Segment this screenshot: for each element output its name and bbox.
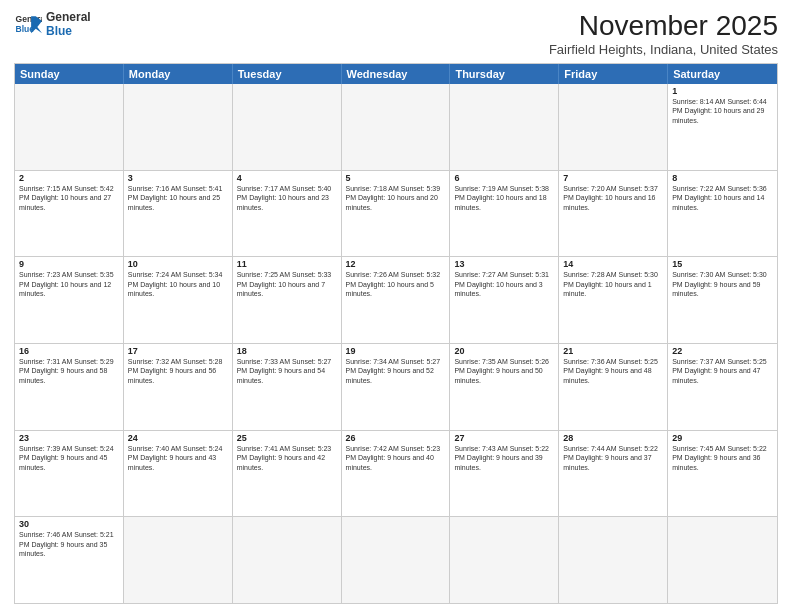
day-cell-10: 10Sunrise: 7:24 AM Sunset: 5:34 PM Dayli…: [124, 257, 233, 343]
day-info: Sunrise: 7:37 AM Sunset: 5:25 PM Dayligh…: [672, 357, 773, 385]
day-number: 28: [563, 433, 663, 443]
day-cell-20: 20Sunrise: 7:35 AM Sunset: 5:26 PM Dayli…: [450, 344, 559, 430]
day-info: Sunrise: 7:20 AM Sunset: 5:37 PM Dayligh…: [563, 184, 663, 212]
day-info: Sunrise: 7:34 AM Sunset: 5:27 PM Dayligh…: [346, 357, 446, 385]
day-number: 25: [237, 433, 337, 443]
day-number: 16: [19, 346, 119, 356]
day-info: Sunrise: 7:33 AM Sunset: 5:27 PM Dayligh…: [237, 357, 337, 385]
week-row-3: 16Sunrise: 7:31 AM Sunset: 5:29 PM Dayli…: [15, 343, 777, 430]
day-cell-empty: [450, 517, 559, 603]
day-number: 6: [454, 173, 554, 183]
day-number: 12: [346, 259, 446, 269]
day-cell-21: 21Sunrise: 7:36 AM Sunset: 5:25 PM Dayli…: [559, 344, 668, 430]
day-number: 24: [128, 433, 228, 443]
day-cell-13: 13Sunrise: 7:27 AM Sunset: 5:31 PM Dayli…: [450, 257, 559, 343]
page-subtitle: Fairfield Heights, Indiana, United State…: [549, 42, 778, 57]
day-cell-29: 29Sunrise: 7:45 AM Sunset: 5:22 PM Dayli…: [668, 431, 777, 517]
day-cell-6: 6Sunrise: 7:19 AM Sunset: 5:38 PM Daylig…: [450, 171, 559, 257]
day-info: Sunrise: 7:27 AM Sunset: 5:31 PM Dayligh…: [454, 270, 554, 298]
day-cell-25: 25Sunrise: 7:41 AM Sunset: 5:23 PM Dayli…: [233, 431, 342, 517]
day-cell-16: 16Sunrise: 7:31 AM Sunset: 5:29 PM Dayli…: [15, 344, 124, 430]
day-cell-15: 15Sunrise: 7:30 AM Sunset: 5:30 PM Dayli…: [668, 257, 777, 343]
day-header-saturday: Saturday: [668, 64, 777, 84]
day-info: Sunrise: 7:26 AM Sunset: 5:32 PM Dayligh…: [346, 270, 446, 298]
day-cell-22: 22Sunrise: 7:37 AM Sunset: 5:25 PM Dayli…: [668, 344, 777, 430]
day-number: 20: [454, 346, 554, 356]
day-number: 17: [128, 346, 228, 356]
day-number: 3: [128, 173, 228, 183]
day-cell-24: 24Sunrise: 7:40 AM Sunset: 5:24 PM Dayli…: [124, 431, 233, 517]
week-row-4: 23Sunrise: 7:39 AM Sunset: 5:24 PM Dayli…: [15, 430, 777, 517]
day-header-sunday: Sunday: [15, 64, 124, 84]
week-row-2: 9Sunrise: 7:23 AM Sunset: 5:35 PM Daylig…: [15, 256, 777, 343]
day-number: 8: [672, 173, 773, 183]
day-number: 19: [346, 346, 446, 356]
day-number: 4: [237, 173, 337, 183]
day-info: Sunrise: 7:18 AM Sunset: 5:39 PM Dayligh…: [346, 184, 446, 212]
day-cell-empty: [559, 517, 668, 603]
day-info: Sunrise: 7:28 AM Sunset: 5:30 PM Dayligh…: [563, 270, 663, 298]
day-number: 10: [128, 259, 228, 269]
day-info: Sunrise: 7:43 AM Sunset: 5:22 PM Dayligh…: [454, 444, 554, 472]
day-info: Sunrise: 8:14 AM Sunset: 6:44 PM Dayligh…: [672, 97, 773, 125]
day-number: 30: [19, 519, 119, 529]
day-info: Sunrise: 7:46 AM Sunset: 5:21 PM Dayligh…: [19, 530, 119, 558]
day-info: Sunrise: 7:39 AM Sunset: 5:24 PM Dayligh…: [19, 444, 119, 472]
day-header-thursday: Thursday: [450, 64, 559, 84]
day-number: 27: [454, 433, 554, 443]
day-info: Sunrise: 7:19 AM Sunset: 5:38 PM Dayligh…: [454, 184, 554, 212]
header: General Blue General Blue November 2025 …: [14, 10, 778, 57]
day-cell-19: 19Sunrise: 7:34 AM Sunset: 5:27 PM Dayli…: [342, 344, 451, 430]
day-cell-28: 28Sunrise: 7:44 AM Sunset: 5:22 PM Dayli…: [559, 431, 668, 517]
logo-general-text: General: [46, 10, 91, 24]
day-cell-3: 3Sunrise: 7:16 AM Sunset: 5:41 PM Daylig…: [124, 171, 233, 257]
day-number: 14: [563, 259, 663, 269]
logo-icon: General Blue: [14, 10, 42, 38]
day-number: 15: [672, 259, 773, 269]
day-info: Sunrise: 7:44 AM Sunset: 5:22 PM Dayligh…: [563, 444, 663, 472]
day-cell-26: 26Sunrise: 7:42 AM Sunset: 5:23 PM Dayli…: [342, 431, 451, 517]
day-cell-4: 4Sunrise: 7:17 AM Sunset: 5:40 PM Daylig…: [233, 171, 342, 257]
day-cell-empty: [233, 517, 342, 603]
page: General Blue General Blue November 2025 …: [0, 0, 792, 612]
day-info: Sunrise: 7:15 AM Sunset: 5:42 PM Dayligh…: [19, 184, 119, 212]
day-cell-1: 1Sunrise: 8:14 AM Sunset: 6:44 PM Daylig…: [668, 84, 777, 170]
day-number: 29: [672, 433, 773, 443]
day-cell-empty: [124, 84, 233, 170]
logo: General Blue General Blue: [14, 10, 91, 39]
day-number: 7: [563, 173, 663, 183]
day-cell-23: 23Sunrise: 7:39 AM Sunset: 5:24 PM Dayli…: [15, 431, 124, 517]
week-row-5: 30Sunrise: 7:46 AM Sunset: 5:21 PM Dayli…: [15, 516, 777, 603]
day-info: Sunrise: 7:45 AM Sunset: 5:22 PM Dayligh…: [672, 444, 773, 472]
calendar: SundayMondayTuesdayWednesdayThursdayFrid…: [14, 63, 778, 604]
day-number: 18: [237, 346, 337, 356]
day-number: 9: [19, 259, 119, 269]
day-number: 23: [19, 433, 119, 443]
day-cell-empty: [233, 84, 342, 170]
week-row-1: 2Sunrise: 7:15 AM Sunset: 5:42 PM Daylig…: [15, 170, 777, 257]
day-info: Sunrise: 7:35 AM Sunset: 5:26 PM Dayligh…: [454, 357, 554, 385]
logo-blue-text: Blue: [46, 24, 91, 38]
day-number: 5: [346, 173, 446, 183]
day-cell-empty: [342, 84, 451, 170]
day-cell-5: 5Sunrise: 7:18 AM Sunset: 5:39 PM Daylig…: [342, 171, 451, 257]
day-info: Sunrise: 7:30 AM Sunset: 5:30 PM Dayligh…: [672, 270, 773, 298]
title-block: November 2025 Fairfield Heights, Indiana…: [549, 10, 778, 57]
day-number: 13: [454, 259, 554, 269]
day-cell-18: 18Sunrise: 7:33 AM Sunset: 5:27 PM Dayli…: [233, 344, 342, 430]
day-info: Sunrise: 7:36 AM Sunset: 5:25 PM Dayligh…: [563, 357, 663, 385]
day-cell-empty: [15, 84, 124, 170]
day-cell-7: 7Sunrise: 7:20 AM Sunset: 5:37 PM Daylig…: [559, 171, 668, 257]
day-header-tuesday: Tuesday: [233, 64, 342, 84]
day-number: 1: [672, 86, 773, 96]
day-info: Sunrise: 7:23 AM Sunset: 5:35 PM Dayligh…: [19, 270, 119, 298]
day-cell-empty: [342, 517, 451, 603]
day-info: Sunrise: 7:42 AM Sunset: 5:23 PM Dayligh…: [346, 444, 446, 472]
day-headers: SundayMondayTuesdayWednesdayThursdayFrid…: [15, 64, 777, 84]
calendar-body: 1Sunrise: 8:14 AM Sunset: 6:44 PM Daylig…: [15, 84, 777, 603]
day-cell-empty: [124, 517, 233, 603]
day-cell-2: 2Sunrise: 7:15 AM Sunset: 5:42 PM Daylig…: [15, 171, 124, 257]
day-info: Sunrise: 7:25 AM Sunset: 5:33 PM Dayligh…: [237, 270, 337, 298]
day-cell-14: 14Sunrise: 7:28 AM Sunset: 5:30 PM Dayli…: [559, 257, 668, 343]
day-number: 21: [563, 346, 663, 356]
